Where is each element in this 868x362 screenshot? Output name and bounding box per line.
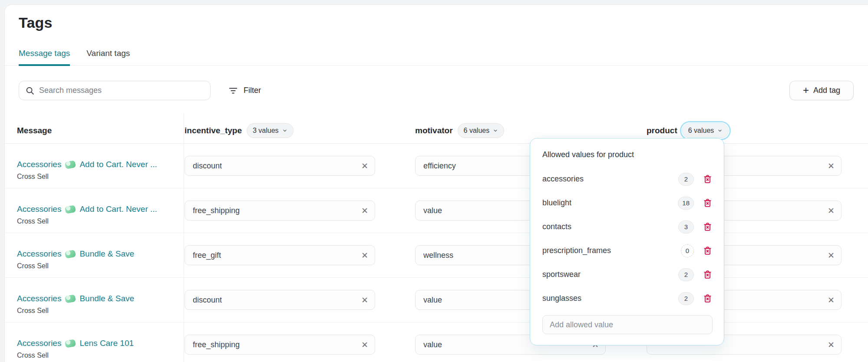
page-title: Tags	[19, 14, 53, 31]
clear-value-icon[interactable]: ✕	[361, 162, 368, 170]
clear-value-icon[interactable]: ✕	[361, 341, 368, 349]
message-type-label: Cross Sell	[17, 173, 178, 181]
allowed-value-row: prescription_frames 0	[530, 239, 724, 263]
table-row: Accessories Add to Cart. Never ... Cross…	[5, 188, 868, 233]
usage-count-badge: 2	[678, 292, 694, 305]
message-link[interactable]: Accessories Add to Cart. Never ...	[17, 159, 178, 170]
chevron-down-icon	[493, 128, 498, 133]
allowed-value-row: accessories 2	[530, 167, 724, 191]
filter-label: Filter	[244, 86, 261, 95]
allowed-value-row: sportswear 2	[530, 263, 724, 286]
message-type-label: Cross Sell	[17, 352, 178, 359]
allowed-value-name: sportswear	[542, 270, 678, 279]
table-row: Accessories Lens Care 101 Cross Sell fre…	[5, 323, 868, 362]
column-header-motivator: motivator 6 values	[415, 123, 504, 138]
soap-emoji-icon	[65, 339, 76, 348]
incentive-type-values-pill[interactable]: 3 values	[247, 123, 294, 138]
allowed-values-popover: Allowed values for product accessories 2…	[530, 138, 724, 346]
incentive-type-value-chip[interactable]: free_shipping ✕	[185, 201, 375, 220]
message-cell: Accessories Bundle & Save Cross Sell	[17, 293, 178, 315]
message-link[interactable]: Accessories Lens Care 101	[17, 338, 178, 349]
tab-message-tags[interactable]: Message tags	[19, 49, 70, 66]
add-allowed-value-input[interactable]	[542, 315, 713, 334]
tabs-bar: Message tags Variant tags	[5, 47, 868, 66]
incentive-type-value-chip[interactable]: free_gift ✕	[185, 245, 375, 265]
soap-emoji-icon	[65, 160, 76, 169]
clear-value-icon[interactable]: ✕	[828, 341, 835, 349]
delete-value-icon[interactable]	[703, 222, 713, 232]
clear-value-icon[interactable]: ✕	[361, 296, 368, 304]
message-type-label: Cross Sell	[17, 307, 178, 315]
message-link[interactable]: Accessories Bundle & Save	[17, 293, 178, 304]
usage-count-badge: 3	[678, 220, 694, 234]
incentive-type-value-chip[interactable]: free_shipping ✕	[185, 335, 375, 355]
filter-icon	[228, 86, 238, 95]
delete-value-icon[interactable]	[703, 270, 713, 280]
message-link[interactable]: Accessories Bundle & Save	[17, 249, 178, 259]
clear-value-icon[interactable]: ✕	[361, 251, 368, 260]
column-header-message: Message	[17, 126, 52, 135]
soap-emoji-icon	[65, 294, 76, 303]
clear-value-icon[interactable]: ✕	[828, 162, 835, 170]
allowed-value-name: prescription_frames	[542, 246, 681, 255]
clear-value-icon[interactable]: ✕	[361, 207, 368, 215]
message-type-label: Cross Sell	[17, 217, 178, 225]
tags-panel: Tags Message tags Variant tags Filter + …	[4, 4, 868, 362]
table-row: Accessories Add to Cart. Never ... Cross…	[5, 144, 868, 188]
message-cell: Accessories Add to Cart. Never ... Cross…	[17, 159, 178, 181]
tab-variant-tags[interactable]: Variant tags	[86, 49, 130, 66]
add-tag-label: Add tag	[813, 86, 840, 95]
message-cell: Accessories Bundle & Save Cross Sell	[17, 249, 178, 270]
usage-count-badge: 2	[678, 173, 694, 186]
usage-count-badge: 2	[678, 268, 694, 281]
message-link[interactable]: Accessories Add to Cart. Never ...	[17, 204, 178, 214]
chevron-down-icon	[717, 128, 723, 133]
column-header-product: product 6 values	[647, 123, 729, 138]
product-values-pill[interactable]: 6 values	[682, 123, 729, 138]
chevron-down-icon	[282, 128, 287, 133]
allowed-value-name: contacts	[542, 222, 678, 231]
delete-value-icon[interactable]	[703, 198, 713, 208]
allowed-value-name: sunglasses	[542, 294, 678, 303]
add-tag-button[interactable]: + Add tag	[789, 81, 854, 100]
column-header-incentive-type: incentive_type 3 values	[185, 123, 294, 138]
table-row: Accessories Bundle & Save Cross Sell dis…	[5, 278, 868, 323]
incentive-type-value-chip[interactable]: discount ✕	[185, 156, 375, 176]
search-icon	[25, 86, 35, 95]
table-header: Message incentive_type 3 values motivato…	[5, 118, 868, 144]
filter-button[interactable]: Filter	[224, 81, 265, 100]
message-cell: Accessories Lens Care 101 Cross Sell	[17, 338, 178, 359]
allowed-value-row: sunglasses 2	[530, 286, 724, 310]
allowed-value-name: bluelight	[542, 198, 678, 207]
message-cell: Accessories Add to Cart. Never ... Cross…	[17, 204, 178, 225]
allowed-value-row: contacts 3	[530, 215, 724, 239]
usage-count-badge: 18	[678, 197, 694, 210]
clear-value-icon[interactable]: ✕	[828, 207, 835, 215]
clear-value-icon[interactable]: ✕	[828, 251, 835, 260]
allowed-value-name: accessories	[542, 174, 678, 184]
motivator-values-pill[interactable]: 6 values	[458, 123, 505, 138]
usage-count-badge: 0	[681, 244, 694, 257]
incentive-type-value-chip[interactable]: discount ✕	[185, 290, 375, 310]
message-type-label: Cross Sell	[17, 262, 178, 270]
soap-emoji-icon	[65, 205, 76, 214]
soap-emoji-icon	[65, 250, 76, 259]
allowed-values-list: accessories 2 bluelight 18	[530, 167, 724, 310]
delete-value-icon[interactable]	[703, 174, 713, 184]
popover-title: Allowed values for product	[542, 150, 634, 159]
delete-value-icon[interactable]	[703, 246, 713, 256]
search-input[interactable]	[39, 86, 204, 95]
allowed-value-row: bluelight 18	[530, 191, 724, 215]
table-row: Accessories Bundle & Save Cross Sell fre…	[5, 233, 868, 278]
search-box	[19, 81, 211, 100]
clear-value-icon[interactable]: ✕	[828, 296, 835, 304]
delete-value-icon[interactable]	[703, 293, 713, 303]
plus-icon: +	[803, 85, 809, 95]
